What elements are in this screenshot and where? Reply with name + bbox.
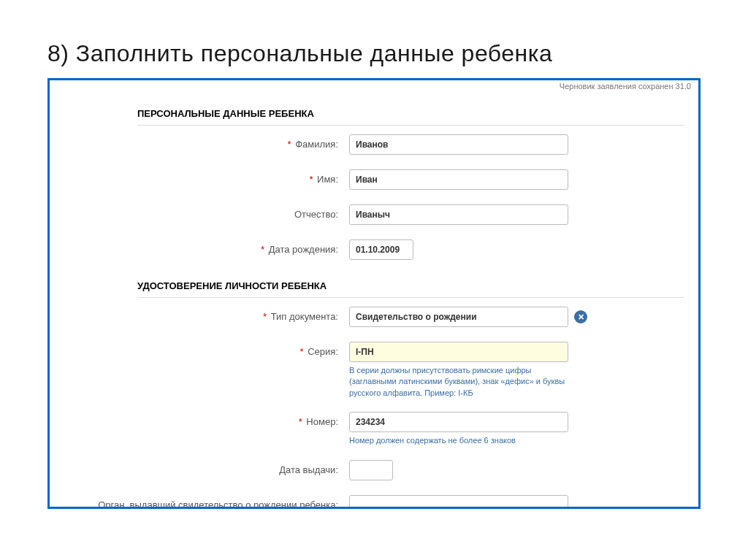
surname-input[interactable] bbox=[349, 134, 568, 155]
required-mark: * bbox=[309, 174, 313, 185]
name-input[interactable] bbox=[349, 169, 568, 190]
dob-input[interactable] bbox=[349, 239, 413, 260]
label-series-text: Серия: bbox=[308, 346, 338, 357]
section-header-identity: УДОСТОВЕРЕНИЕ ЛИЧНОСТИ РЕБЕНКА bbox=[137, 275, 684, 298]
series-input[interactable] bbox=[349, 342, 568, 362]
label-number-text: Номер: bbox=[306, 416, 338, 427]
label-number: * Номер: bbox=[64, 412, 349, 429]
row-patronymic: Отчество: bbox=[64, 204, 684, 226]
form-content: ПЕРСОНАЛЬНЫЕ ДАННЫЕ РЕБЕНКА * Фамилия: *… bbox=[50, 80, 698, 509]
slide-title: 8) Заполнить персональные данные ребенка bbox=[0, 0, 748, 78]
label-issuedate: Дата выдачи: bbox=[64, 460, 349, 477]
section-header-personal: ПЕРСОНАЛЬНЫЕ ДАННЫЕ РЕБЕНКА bbox=[137, 102, 684, 126]
issuedate-input[interactable] bbox=[349, 460, 393, 480]
label-patronymic-text: Отчество: bbox=[294, 209, 338, 220]
draft-saved-note: Черновик заявления сохранен 31.0 bbox=[560, 82, 691, 91]
label-doctype: * Тип документа: bbox=[64, 307, 349, 323]
required-mark: * bbox=[300, 346, 304, 357]
row-doctype: * Тип документа: ✕ bbox=[64, 307, 684, 329]
label-dob: * Дата рождения: bbox=[64, 239, 349, 256]
label-dob-text: Дата рождения: bbox=[269, 244, 338, 255]
required-mark: * bbox=[261, 244, 264, 255]
form-frame: Черновик заявления сохранен 31.0 ПЕРСОНА… bbox=[47, 78, 701, 509]
patronymic-input[interactable] bbox=[349, 204, 568, 225]
row-issuedate: Дата выдачи: bbox=[64, 460, 684, 482]
label-surname-text: Фамилия: bbox=[295, 139, 338, 150]
label-series: * Серия: bbox=[64, 342, 349, 358]
label-surname: * Фамилия: bbox=[64, 134, 349, 151]
label-name: * Имя: bbox=[64, 169, 349, 186]
series-hint: В серии должны присутствовать римские ци… bbox=[349, 365, 576, 399]
label-name-text: Имя: bbox=[317, 174, 338, 185]
issuer-input[interactable] bbox=[349, 495, 568, 509]
label-doctype-text: Тип документа: bbox=[271, 311, 338, 322]
doctype-input[interactable] bbox=[349, 307, 568, 327]
required-mark: * bbox=[299, 416, 302, 427]
required-mark: * bbox=[288, 139, 291, 150]
row-issuer: Орган, выдавший свидетельство о рождении… bbox=[64, 495, 684, 509]
number-hint: Номер должен содержать не более 6 знаков bbox=[349, 435, 576, 446]
label-issuer-text: Орган, выдавший свидетельство о рождении… bbox=[98, 499, 338, 509]
required-mark: * bbox=[263, 311, 267, 322]
row-series: * Серия: В серии должны присутствовать р… bbox=[64, 342, 684, 399]
number-input[interactable] bbox=[349, 412, 568, 432]
label-patronymic: Отчество: bbox=[64, 204, 349, 221]
row-name: * Имя: bbox=[64, 169, 684, 191]
clear-doctype-icon[interactable]: ✕ bbox=[574, 310, 587, 323]
label-issuer: Орган, выдавший свидетельство о рождении… bbox=[64, 495, 349, 509]
row-dob: * Дата рождения: bbox=[64, 239, 684, 261]
label-issuedate-text: Дата выдачи: bbox=[279, 464, 338, 475]
row-surname: * Фамилия: bbox=[64, 134, 684, 156]
row-number: * Номер: Номер должен содержать не более… bbox=[64, 412, 684, 446]
